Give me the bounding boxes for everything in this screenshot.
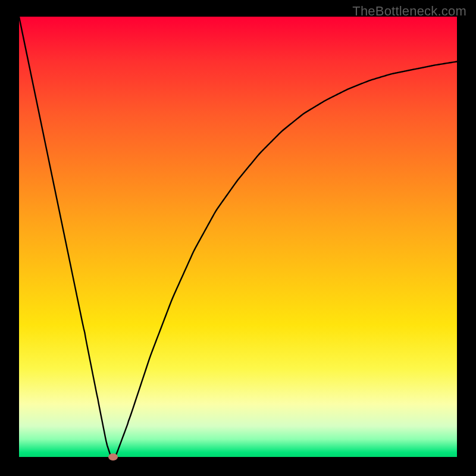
curve-svg — [19, 17, 457, 457]
minimum-marker-dot — [108, 453, 118, 461]
plot-area — [19, 17, 457, 457]
chart-frame: TheBottleneck.com — [0, 0, 476, 476]
bottleneck-curve-path — [19, 17, 457, 457]
